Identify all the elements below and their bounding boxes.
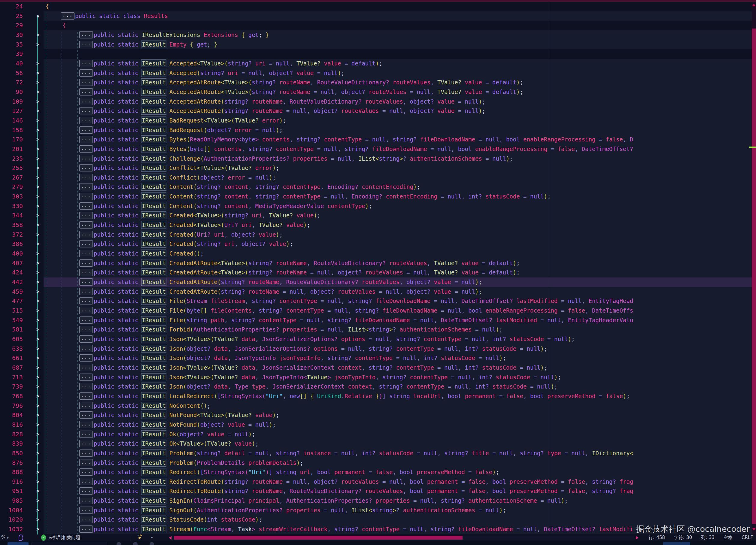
fold-collapsed-chevron-icon[interactable]: > — [35, 449, 41, 458]
collapsed-region-box[interactable]: ... — [79, 525, 93, 533]
fold-collapsed-chevron-icon[interactable]: > — [35, 353, 41, 363]
fold-collapsed-chevron-icon[interactable]: > — [35, 116, 41, 126]
status-column[interactable]: 列:33 — [701, 534, 715, 541]
status-eol[interactable]: CRLF — [742, 534, 753, 541]
fold-collapsed-chevron-icon[interactable]: > — [35, 373, 41, 382]
fold-collapsed-chevron-icon[interactable]: > — [35, 515, 41, 525]
fold-collapsed-chevron-icon[interactable]: > — [35, 135, 41, 144]
collapsed-region-box[interactable]: ... — [79, 69, 93, 77]
collapsed-region-box[interactable]: ... — [79, 193, 93, 200]
collapsed-region-box[interactable]: ... — [79, 250, 93, 257]
collapsed-region-box[interactable]: ... — [79, 288, 93, 295]
fold-collapsed-chevron-icon[interactable]: > — [35, 410, 41, 420]
collapsed-region-box[interactable]: ... — [79, 212, 93, 219]
fold-collapsed-chevron-icon[interactable]: > — [35, 154, 41, 164]
fold-collapsed-chevron-icon[interactable]: > — [35, 382, 41, 392]
collapsed-region-box[interactable]: ... — [79, 459, 93, 466]
fold-collapsed-chevron-icon[interactable]: > — [35, 363, 41, 373]
collapsed-region-box[interactable]: ... — [79, 126, 93, 134]
code-cleanup-icon[interactable] — [137, 534, 143, 541]
collapsed-region-box[interactable]: ... — [79, 117, 93, 124]
collapsed-region-box[interactable]: ... — [79, 468, 93, 476]
collapsed-region-box[interactable]: ... — [79, 107, 93, 114]
collapsed-region-box[interactable]: ... — [79, 240, 93, 247]
fold-collapsed-chevron-icon[interactable]: > — [35, 126, 41, 135]
fold-collapsed-chevron-icon[interactable]: > — [35, 182, 41, 192]
fold-collapsed-chevron-icon[interactable]: > — [35, 296, 41, 306]
fold-collapsed-chevron-icon[interactable]: > — [35, 430, 41, 439]
collapsed-region-box[interactable]: ... — [79, 383, 93, 390]
collapsed-region-box[interactable]: ... — [79, 278, 93, 286]
collapsed-region-box[interactable]: ... — [79, 516, 93, 523]
fold-collapsed-chevron-icon[interactable]: > — [35, 87, 41, 97]
collapsed-region-box[interactable]: ... — [79, 307, 93, 314]
horizontal-scrollbar[interactable] — [174, 536, 634, 540]
fold-collapsed-chevron-icon[interactable]: > — [35, 106, 41, 116]
fold-collapsed-chevron-icon[interactable]: > — [35, 335, 41, 344]
collapsed-region-box[interactable]: ... — [79, 98, 93, 105]
fold-collapsed-chevron-icon[interactable]: > — [35, 344, 41, 354]
collapsed-region-box[interactable]: ... — [79, 297, 93, 304]
fold-collapsed-chevron-icon[interactable]: > — [35, 316, 41, 325]
zoom-level-control[interactable]: % ▾ — [1, 534, 9, 541]
collapsed-region-box[interactable]: ... — [79, 326, 93, 333]
fold-collapsed-chevron-icon[interactable]: > — [35, 306, 41, 316]
hscroll-right-arrow-icon[interactable] — [636, 536, 639, 540]
collapsed-region-box[interactable]: ... — [79, 392, 93, 400]
collapsed-region-box[interactable]: ... — [79, 478, 93, 485]
fold-collapsed-chevron-icon[interactable]: > — [35, 401, 41, 411]
status-spaces[interactable]: 空格 — [724, 534, 733, 541]
fold-collapsed-chevron-icon[interactable]: > — [35, 239, 41, 249]
intellicode-icon[interactable] — [19, 534, 23, 541]
collapsed-region-box[interactable]: ... — [79, 411, 93, 419]
fold-collapsed-chevron-icon[interactable]: > — [35, 97, 41, 107]
vertical-scrollbar-thumb[interactable] — [752, 29, 756, 524]
collapsed-region-box[interactable]: ... — [79, 183, 93, 190]
fold-collapsed-chevron-icon[interactable]: > — [35, 220, 41, 230]
fold-collapsed-chevron-icon[interactable]: > — [35, 477, 41, 487]
collapsed-region-box[interactable]: ... — [79, 487, 93, 495]
fold-collapsed-chevron-icon[interactable]: > — [35, 268, 41, 277]
status-line[interactable]: 行:458 — [648, 534, 665, 541]
collapsed-region-box[interactable]: ... — [79, 79, 93, 86]
fold-collapsed-chevron-icon[interactable]: > — [35, 486, 41, 496]
fold-collapsed-chevron-icon[interactable]: > — [35, 506, 41, 515]
horizontal-scrollbar-thumb[interactable] — [174, 536, 463, 540]
collapsed-region-box[interactable]: ... — [79, 164, 93, 171]
collapsed-region-box[interactable]: ... — [79, 221, 93, 229]
collapsed-region-box[interactable]: ... — [79, 88, 93, 95]
collapsed-region-box[interactable]: ... — [79, 440, 93, 447]
fold-collapsed-chevron-icon[interactable]: > — [35, 68, 41, 78]
fold-collapsed-chevron-icon[interactable]: > — [35, 439, 41, 449]
fold-expanded-chevron-icon[interactable]: > — [33, 13, 43, 19]
collapsed-region-box[interactable]: ... — [79, 31, 93, 38]
document-health-status[interactable]: 未找到相关问题 — [49, 534, 80, 541]
collapsed-region-box[interactable]: ... — [79, 335, 93, 343]
collapsed-region-box[interactable]: ... — [79, 450, 93, 457]
fold-collapsed-chevron-icon[interactable]: > — [35, 144, 41, 154]
collapsed-region-box[interactable]: ... — [79, 354, 93, 362]
status-char[interactable]: 字符:30 — [674, 534, 692, 541]
fold-collapsed-chevron-icon[interactable]: > — [35, 259, 41, 268]
fold-collapsed-chevron-icon[interactable]: > — [35, 211, 41, 220]
collapsed-region-box[interactable]: ... — [79, 231, 93, 238]
collapsed-region-box[interactable]: ... — [79, 41, 93, 48]
fold-collapsed-chevron-icon[interactable]: > — [35, 249, 41, 259]
collapsed-region-box[interactable]: ... — [79, 155, 93, 162]
collapsed-region-box[interactable]: ... — [79, 202, 93, 210]
fold-collapsed-chevron-icon[interactable]: > — [35, 458, 41, 468]
collapsed-region-box[interactable]: ... — [79, 364, 93, 371]
fold-collapsed-chevron-icon[interactable]: > — [35, 230, 41, 240]
collapsed-region-box[interactable]: ... — [79, 259, 93, 267]
collapsed-region-box[interactable]: ... — [79, 421, 93, 428]
fold-collapsed-chevron-icon[interactable]: > — [35, 201, 41, 211]
collapsed-region-box[interactable]: ... — [79, 507, 93, 514]
scroll-down-arrow-icon[interactable] — [752, 528, 756, 531]
scroll-up-arrow-icon[interactable] — [752, 4, 756, 6]
vertical-scrollbar[interactable] — [752, 2, 756, 534]
chevron-down-icon[interactable]: ▾ — [151, 534, 153, 541]
collapsed-region-box[interactable]: ... — [79, 316, 93, 324]
collapsed-region-box[interactable]: ... — [79, 145, 93, 153]
collapsed-region-box[interactable]: ... — [79, 269, 93, 276]
hscroll-left-arrow-icon[interactable] — [169, 536, 172, 540]
